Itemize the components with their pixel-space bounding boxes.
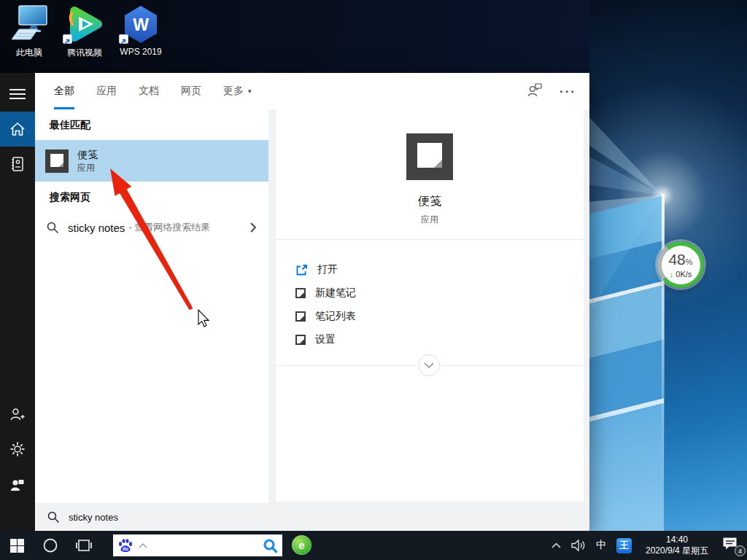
sticky-notes-app-icon [45, 149, 69, 173]
window-pane-edge [662, 194, 665, 486]
clock-time: 14:40 [642, 534, 712, 545]
taskbar-clock[interactable]: 14:40 2020/9/4 星期五 [642, 534, 712, 556]
taskbar-browser-button[interactable]: e [292, 535, 311, 555]
wps-icon: W [113, 4, 169, 44]
shortcut-arrow-icon [119, 34, 128, 44]
preview-subtitle: 应用 [276, 214, 584, 226]
desktop-icon-label: 腾讯视频 [57, 47, 112, 59]
tab-documents[interactable]: 文档 [139, 73, 159, 109]
baidu-search-button-icon[interactable] [263, 538, 278, 553]
svg-text:W: W [133, 15, 149, 34]
desktop-icon-label: 此电脑 [1, 47, 57, 59]
tab-web[interactable]: 网页 [181, 73, 201, 109]
open-external-icon [295, 264, 308, 276]
cpu-percent: 48 [668, 251, 685, 268]
sidebar-feedback-button[interactable] [0, 467, 35, 502]
web-query-text: sticky notes [68, 222, 125, 234]
windows-logo-icon [10, 539, 24, 553]
note-icon [295, 311, 306, 322]
action-settings[interactable]: 设置 [276, 328, 584, 351]
shortcut-arrow-icon [63, 34, 72, 44]
tab-apps[interactable]: 应用 [96, 73, 117, 109]
home-icon [9, 122, 26, 136]
sidebar-account-button[interactable] [0, 397, 35, 432]
chevron-up-icon[interactable] [139, 543, 147, 548]
action-open[interactable]: 打开 [276, 258, 584, 281]
sidebar-journal-button[interactable] [0, 147, 35, 182]
desktop-icon-label: WPS 2019 [113, 47, 169, 57]
percent-sign: % [686, 257, 693, 266]
taskbar-baidu-search-box[interactable]: du [113, 534, 282, 556]
preview-title: 便笺 [276, 194, 584, 209]
clock-date: 2020/9/4 星期五 [642, 545, 712, 556]
download-arrow-icon: ↓ [670, 270, 674, 279]
result-title: 便笺 [77, 148, 98, 162]
chevron-down-icon: ▾ [248, 88, 252, 95]
sticky-notes-app-icon-large [406, 133, 453, 180]
search-panel: 全部 应用 文档 网页 更多 ▾ ··· 最佳匹配 便笺 应用 [35, 73, 589, 531]
search-icon [47, 511, 60, 524]
search-flyout: 全部 应用 文档 网页 更多 ▾ ··· 最佳匹配 便笺 应用 [0, 73, 589, 531]
expand-button[interactable] [418, 354, 440, 376]
start-button[interactable] [0, 531, 34, 560]
cortana-circle-icon [42, 537, 58, 553]
desktop-icon-this-pc[interactable]: 此电脑 [1, 4, 57, 59]
sogou-ime-icon[interactable]: 王 [616, 538, 632, 553]
search-input[interactable] [69, 512, 287, 523]
chevron-right-icon[interactable] [249, 222, 257, 236]
best-match-header: 最佳匹配 [35, 109, 268, 136]
baidu-logo-icon: du [117, 538, 133, 553]
chevron-down-icon [424, 362, 434, 369]
svg-text:du: du [123, 546, 128, 551]
more-options-icon[interactable]: ··· [560, 85, 576, 98]
result-subtitle: 应用 [77, 162, 98, 174]
search-web-header: 搜索网页 [35, 182, 268, 209]
web-search-result[interactable]: sticky notes - 查看网络搜索结果 [35, 214, 268, 241]
search-box-row [35, 503, 589, 531]
volume-icon[interactable] [571, 539, 586, 552]
task-view-icon [76, 538, 92, 553]
network-speed: 0K/s [676, 270, 692, 279]
task-view-button[interactable] [67, 531, 101, 560]
feedback-account-icon[interactable] [526, 82, 543, 101]
note-icon [295, 288, 306, 298]
action-notes-list[interactable]: 笔记列表 [276, 305, 584, 328]
search-tabs: 全部 应用 文档 网页 更多 ▾ [35, 73, 589, 109]
sidebar-home-button[interactable] [0, 112, 35, 147]
web-query-suffix: - 查看网络搜索结果 [128, 221, 210, 234]
this-pc-icon [1, 4, 57, 44]
tab-more[interactable]: 更多 ▾ [223, 73, 252, 109]
desktop-icon-wps[interactable]: W WPS 2019 [113, 4, 169, 57]
action-new-note[interactable]: 新建笔记 [276, 281, 584, 305]
journal-icon [10, 156, 25, 172]
cortana-button[interactable] [34, 531, 67, 560]
gear-icon [9, 441, 26, 457]
search-icon [47, 222, 59, 234]
note-icon [295, 335, 306, 345]
tab-all[interactable]: 全部 [54, 73, 74, 109]
preview-pane: 便笺 应用 打开 新建笔记 笔记列表 [276, 109, 584, 502]
divider [276, 239, 584, 240]
browser-e-glyph: e [298, 539, 304, 551]
action-center-button[interactable]: 4 [722, 537, 741, 554]
taskbar: du e 中 王 14:40 2020/9/4 星期五 4 [0, 531, 747, 560]
tray-chevron-up-icon[interactable] [551, 542, 561, 548]
notification-badge: 4 [735, 545, 746, 556]
hamburger-menu-button[interactable] [0, 77, 35, 112]
results-column: 最佳匹配 便笺 应用 搜索网页 sticky notes - 查看网络搜索结果 [35, 109, 268, 503]
add-account-icon [9, 407, 26, 421]
feedback-person-icon [9, 477, 26, 491]
desktop-icon-tencent-video[interactable]: 腾讯视频 [57, 4, 112, 59]
speed-ball-widget[interactable]: 48% ↓ 0K/s [657, 241, 704, 288]
ime-indicator[interactable]: 中 [596, 539, 606, 552]
tencent-video-icon [57, 4, 112, 44]
sidebar-settings-button[interactable] [0, 432, 35, 467]
best-match-result[interactable]: 便笺 应用 [35, 140, 268, 182]
search-sidebar [0, 73, 35, 531]
